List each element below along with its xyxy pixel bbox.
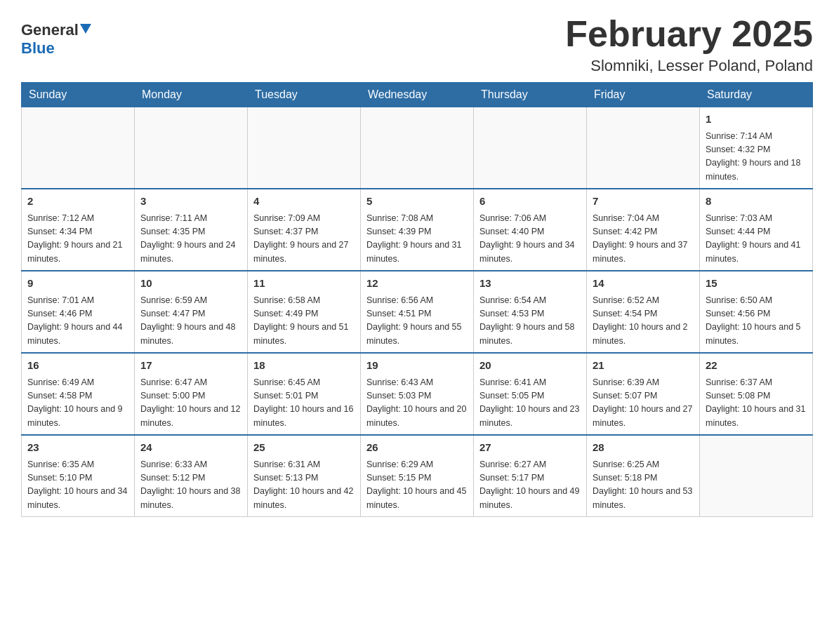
calendar-cell: 19Sunrise: 6:43 AMSunset: 5:03 PMDayligh… bbox=[361, 353, 474, 435]
day-info: Sunrise: 6:54 AMSunset: 4:53 PMDaylight:… bbox=[479, 294, 581, 349]
day-info: Sunrise: 6:52 AMSunset: 4:54 PMDaylight:… bbox=[593, 294, 694, 349]
day-number: 23 bbox=[27, 440, 128, 456]
day-info: Sunrise: 6:25 AMSunset: 5:18 PMDaylight:… bbox=[593, 458, 694, 513]
calendar-cell: 8Sunrise: 7:03 AMSunset: 4:44 PMDaylight… bbox=[700, 189, 813, 271]
month-year-title: February 2025 bbox=[565, 14, 813, 54]
calendar-cell bbox=[361, 107, 474, 189]
day-info: Sunrise: 6:59 AMSunset: 4:47 PMDaylight:… bbox=[140, 294, 241, 349]
day-info: Sunrise: 6:33 AMSunset: 5:12 PMDaylight:… bbox=[140, 458, 241, 513]
calendar-cell: 10Sunrise: 6:59 AMSunset: 4:47 PMDayligh… bbox=[135, 271, 248, 353]
day-info: Sunrise: 6:29 AMSunset: 5:15 PMDaylight:… bbox=[366, 458, 468, 513]
calendar-cell: 20Sunrise: 6:41 AMSunset: 5:05 PMDayligh… bbox=[474, 353, 587, 435]
calendar-cell: 17Sunrise: 6:47 AMSunset: 5:00 PMDayligh… bbox=[135, 353, 248, 435]
calendar-cell: 16Sunrise: 6:49 AMSunset: 4:58 PMDayligh… bbox=[22, 353, 135, 435]
logo: General Blue bbox=[21, 14, 91, 58]
calendar-cell bbox=[474, 107, 587, 189]
day-number: 21 bbox=[593, 358, 694, 374]
calendar-cell: 13Sunrise: 6:54 AMSunset: 4:53 PMDayligh… bbox=[474, 271, 587, 353]
day-info: Sunrise: 6:35 AMSunset: 5:10 PMDaylight:… bbox=[27, 458, 128, 513]
day-number: 5 bbox=[366, 194, 468, 210]
weekday-header-thursday: Thursday bbox=[474, 83, 587, 107]
calendar-cell bbox=[248, 107, 361, 189]
day-info: Sunrise: 6:39 AMSunset: 5:07 PMDaylight:… bbox=[593, 376, 694, 431]
day-number: 4 bbox=[253, 194, 355, 210]
day-number: 22 bbox=[706, 358, 807, 374]
calendar-week-row: 16Sunrise: 6:49 AMSunset: 4:58 PMDayligh… bbox=[22, 353, 813, 435]
day-number: 8 bbox=[706, 194, 807, 210]
day-number: 13 bbox=[479, 276, 581, 292]
calendar-cell: 2Sunrise: 7:12 AMSunset: 4:34 PMDaylight… bbox=[22, 189, 135, 271]
page-header: General Blue February 2025 Slomniki, Les… bbox=[21, 14, 813, 75]
calendar-cell: 25Sunrise: 6:31 AMSunset: 5:13 PMDayligh… bbox=[248, 435, 361, 517]
calendar-cell: 26Sunrise: 6:29 AMSunset: 5:15 PMDayligh… bbox=[361, 435, 474, 517]
title-block: February 2025 Slomniki, Lesser Poland, P… bbox=[565, 14, 813, 75]
day-number: 14 bbox=[593, 276, 694, 292]
calendar-cell: 1Sunrise: 7:14 AMSunset: 4:32 PMDaylight… bbox=[700, 107, 813, 189]
calendar-week-row: 2Sunrise: 7:12 AMSunset: 4:34 PMDaylight… bbox=[22, 189, 813, 271]
calendar-table: SundayMondayTuesdayWednesdayThursdayFrid… bbox=[21, 82, 813, 517]
calendar-cell bbox=[22, 107, 135, 189]
day-info: Sunrise: 6:58 AMSunset: 4:49 PMDaylight:… bbox=[253, 294, 355, 349]
calendar-cell: 23Sunrise: 6:35 AMSunset: 5:10 PMDayligh… bbox=[22, 435, 135, 517]
day-number: 11 bbox=[253, 276, 355, 292]
calendar-cell: 5Sunrise: 7:08 AMSunset: 4:39 PMDaylight… bbox=[361, 189, 474, 271]
weekday-header-wednesday: Wednesday bbox=[361, 83, 474, 107]
day-info: Sunrise: 6:50 AMSunset: 4:56 PMDaylight:… bbox=[706, 294, 807, 349]
day-number: 10 bbox=[140, 276, 241, 292]
day-number: 7 bbox=[593, 194, 694, 210]
day-number: 24 bbox=[140, 440, 241, 456]
day-number: 12 bbox=[366, 276, 468, 292]
calendar-cell: 27Sunrise: 6:27 AMSunset: 5:17 PMDayligh… bbox=[474, 435, 587, 517]
weekday-header-monday: Monday bbox=[135, 83, 248, 107]
calendar-week-row: 23Sunrise: 6:35 AMSunset: 5:10 PMDayligh… bbox=[22, 435, 813, 517]
day-number: 18 bbox=[253, 358, 355, 374]
day-number: 3 bbox=[140, 194, 241, 210]
calendar-cell: 15Sunrise: 6:50 AMSunset: 4:56 PMDayligh… bbox=[700, 271, 813, 353]
weekday-header-tuesday: Tuesday bbox=[248, 83, 361, 107]
day-info: Sunrise: 7:03 AMSunset: 4:44 PMDaylight:… bbox=[706, 212, 807, 267]
day-number: 16 bbox=[27, 358, 128, 374]
logo-general: General bbox=[21, 21, 91, 39]
day-info: Sunrise: 7:12 AMSunset: 4:34 PMDaylight:… bbox=[27, 212, 128, 267]
day-info: Sunrise: 7:06 AMSunset: 4:40 PMDaylight:… bbox=[479, 212, 581, 267]
day-number: 19 bbox=[366, 358, 468, 374]
day-info: Sunrise: 6:31 AMSunset: 5:13 PMDaylight:… bbox=[253, 458, 355, 513]
day-info: Sunrise: 7:14 AMSunset: 4:32 PMDaylight:… bbox=[706, 130, 807, 185]
day-info: Sunrise: 6:47 AMSunset: 5:00 PMDaylight:… bbox=[140, 376, 241, 431]
calendar-cell: 14Sunrise: 6:52 AMSunset: 4:54 PMDayligh… bbox=[587, 271, 700, 353]
weekday-header-row: SundayMondayTuesdayWednesdayThursdayFrid… bbox=[22, 83, 813, 107]
day-number: 26 bbox=[366, 440, 468, 456]
calendar-week-row: 1Sunrise: 7:14 AMSunset: 4:32 PMDaylight… bbox=[22, 107, 813, 189]
calendar-cell: 9Sunrise: 7:01 AMSunset: 4:46 PMDaylight… bbox=[22, 271, 135, 353]
weekday-header-friday: Friday bbox=[587, 83, 700, 107]
calendar-cell: 4Sunrise: 7:09 AMSunset: 4:37 PMDaylight… bbox=[248, 189, 361, 271]
day-number: 28 bbox=[593, 440, 694, 456]
logo-blue-text: Blue bbox=[21, 39, 55, 58]
calendar-cell: 11Sunrise: 6:58 AMSunset: 4:49 PMDayligh… bbox=[248, 271, 361, 353]
calendar-cell bbox=[587, 107, 700, 189]
calendar-cell bbox=[700, 435, 813, 517]
logo-blue: Blue bbox=[21, 39, 55, 57]
day-number: 15 bbox=[706, 276, 807, 292]
calendar-cell: 7Sunrise: 7:04 AMSunset: 4:42 PMDaylight… bbox=[587, 189, 700, 271]
day-number: 9 bbox=[27, 276, 128, 292]
day-info: Sunrise: 6:27 AMSunset: 5:17 PMDaylight:… bbox=[479, 458, 581, 513]
day-number: 27 bbox=[479, 440, 581, 456]
calendar-cell: 28Sunrise: 6:25 AMSunset: 5:18 PMDayligh… bbox=[587, 435, 700, 517]
day-info: Sunrise: 7:09 AMSunset: 4:37 PMDaylight:… bbox=[253, 212, 355, 267]
day-info: Sunrise: 6:37 AMSunset: 5:08 PMDaylight:… bbox=[706, 376, 807, 431]
calendar-cell bbox=[135, 107, 248, 189]
logo-triangle-icon bbox=[80, 24, 91, 34]
weekday-header-sunday: Sunday bbox=[22, 83, 135, 107]
day-info: Sunrise: 7:11 AMSunset: 4:35 PMDaylight:… bbox=[140, 212, 241, 267]
day-info: Sunrise: 7:04 AMSunset: 4:42 PMDaylight:… bbox=[593, 212, 694, 267]
day-number: 1 bbox=[706, 112, 807, 128]
calendar-cell: 24Sunrise: 6:33 AMSunset: 5:12 PMDayligh… bbox=[135, 435, 248, 517]
weekday-header-saturday: Saturday bbox=[700, 83, 813, 107]
day-number: 2 bbox=[27, 194, 128, 210]
calendar-cell: 3Sunrise: 7:11 AMSunset: 4:35 PMDaylight… bbox=[135, 189, 248, 271]
day-number: 6 bbox=[479, 194, 581, 210]
day-info: Sunrise: 6:43 AMSunset: 5:03 PMDaylight:… bbox=[366, 376, 468, 431]
calendar-cell: 18Sunrise: 6:45 AMSunset: 5:01 PMDayligh… bbox=[248, 353, 361, 435]
day-info: Sunrise: 7:01 AMSunset: 4:46 PMDaylight:… bbox=[27, 294, 128, 349]
